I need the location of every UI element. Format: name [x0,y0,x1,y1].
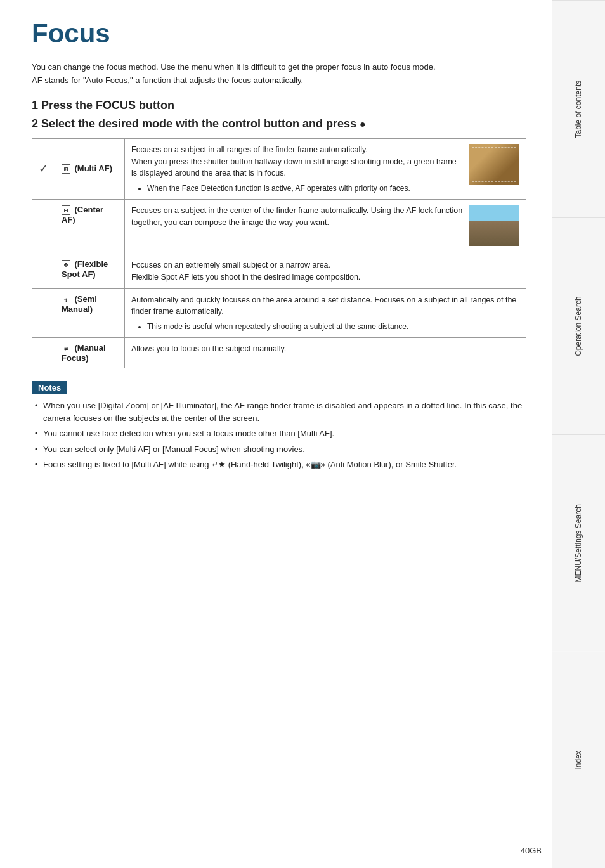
notes-item-2: You cannot use face detection when you s… [32,427,526,440]
sidebar-tab-toc-label: Table of contents [573,80,584,138]
desc-cell-manual: Allows you to focus on the subject manua… [125,338,526,368]
table-row: ✓ ⊞ (Multi AF) Focuses on a subject in a… [32,138,526,199]
circle-bullet: ● [360,119,366,129]
semi-bullets: This mode is useful when repeatedly shoo… [131,321,519,332]
dog-image [469,205,519,246]
step1-heading: 1 Press the FOCUS button [32,99,526,112]
flexible-desc: Focuses on an extremely small subject or… [131,261,360,282]
intro-text: You can change the focus method. Use the… [32,61,526,87]
center-af-icon: ⊡ [62,205,70,215]
table-row: ⇅ (Semi Manual) Automatically and quickl… [32,288,526,338]
sidebar-tab-operation-label: Operation Search [573,296,584,356]
intro-line2: AF stands for "Auto Focus," a function t… [32,74,526,87]
notes-section: Notes When you use [Digital Zoom] or [AF… [32,381,526,471]
table-row: ⇌ (Manual Focus) Allows you to focus on … [32,338,526,368]
manual-icon: ⇌ [62,344,70,353]
desc-cell-multi-af: Focuses on a subject in all ranges of th… [125,138,526,199]
sidebar-tab-operation[interactable]: Operation Search [552,217,605,435]
mode-cell-center-af: ⊡ (Center AF) [55,200,125,254]
step2-text: 2 Select the desired mode with the contr… [32,117,356,130]
page-number: 40GB [521,846,542,855]
notes-item-1: When you use [Digital Zoom] or [AF Illum… [32,399,526,424]
main-content: Focus You can change the focus method. U… [0,0,552,868]
intro-line1: You can change the focus method. Use the… [32,61,526,74]
mode-cell-manual: ⇌ (Manual Focus) [55,338,125,368]
sidebar: Table of contents Operation Search MENU/… [552,0,605,868]
desc-cell-flexible: Focuses on an extremely small subject or… [125,254,526,289]
sidebar-tab-index[interactable]: Index [552,652,605,869]
multi-af-label: (Multi AF) [75,164,112,173]
mode-cell-flexible: ⊙ (Flexible Spot AF) [55,254,125,289]
mode-cell-multi-af: ⊞ (Multi AF) [55,138,125,199]
check-cell-empty [32,200,55,254]
multi-af-bullets: When the Face Detection function is acti… [131,183,519,194]
center-af-desc: Focuses on a subject in the center of th… [131,206,462,227]
sidebar-tab-toc[interactable]: Table of contents [552,0,605,217]
notes-list: When you use [Digital Zoom] or [AF Illum… [32,399,526,471]
manual-desc: Allows you to focus on the subject manua… [131,344,286,353]
semi-bullet-1: This mode is useful when repeatedly shoo… [147,321,519,332]
flexible-icon: ⊙ [62,260,70,269]
checkmark-icon: ✓ [39,162,48,175]
table-row: ⊙ (Flexible Spot AF) Focuses on an extre… [32,254,526,289]
multi-af-icon: ⊞ [62,164,70,174]
page-title: Focus [32,19,526,48]
coffee-image [469,144,519,185]
check-cell-empty3 [32,288,55,338]
check-cell: ✓ [32,138,55,199]
check-cell-empty4 [32,338,55,368]
semi-icon: ⇅ [62,295,70,304]
notes-item-3: You can select only [Multi AF] or [Manua… [32,443,526,456]
desc-cell-semi: Automatically and quickly focuses on the… [125,288,526,338]
step2-heading: 2 Select the desired mode with the contr… [32,117,526,131]
multi-af-bullet-1: When the Face Detection function is acti… [147,183,519,194]
focus-table: ✓ ⊞ (Multi AF) Focuses on a subject in a… [32,138,526,368]
check-cell-empty2 [32,254,55,289]
notes-item-4: Focus setting is fixed to [Multi AF] whi… [32,458,526,471]
desc-cell-center-af: Focuses on a subject in the center of th… [125,200,526,254]
table-row: ⊡ (Center AF) Focuses on a subject in th… [32,200,526,254]
sidebar-tab-index-label: Index [573,751,584,769]
page-wrapper: Focus You can change the focus method. U… [0,0,605,868]
mode-cell-semi: ⇅ (Semi Manual) [55,288,125,338]
sidebar-tab-menu-label: MENU/Settings Search [573,504,584,582]
sidebar-tab-menu[interactable]: MENU/Settings Search [552,434,605,652]
multi-af-desc: Focuses on a subject in all ranges of th… [131,145,457,178]
semi-desc: Automatically and quickly focuses on the… [131,295,516,316]
notes-label: Notes [32,381,67,394]
